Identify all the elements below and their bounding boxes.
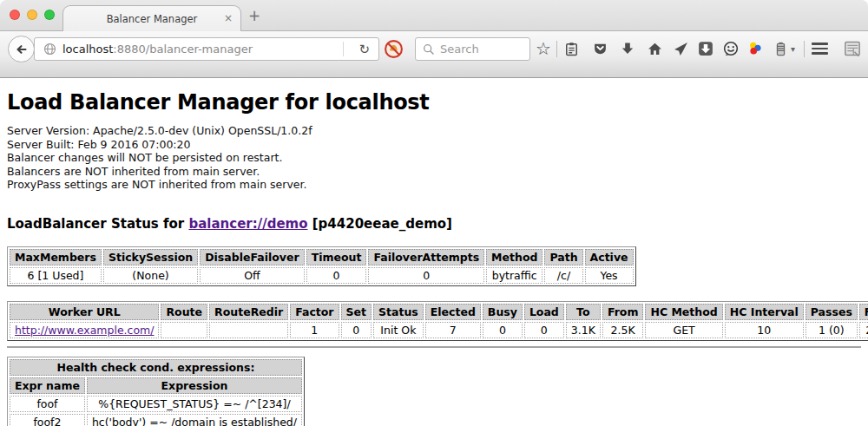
col-header: Status [373, 304, 424, 320]
bookmark-star-icon[interactable]: ☆ [535, 40, 552, 57]
hamburger-bars [812, 43, 828, 55]
col-header: MaxMembers [10, 249, 102, 265]
table-header-row: Expr name Expression [10, 377, 302, 394]
cell: 0 [341, 322, 372, 338]
url-bar[interactable]: localhost:8880/balancer-manager ↻ [34, 37, 379, 61]
worker-url-link[interactable]: http://www.example.com/ [15, 324, 154, 337]
cell: 0 [483, 322, 523, 338]
col-header: Active [585, 249, 634, 265]
col-header: HC Interval [725, 304, 804, 320]
cell: 10 [725, 322, 804, 338]
globe-icon [43, 43, 56, 56]
new-tab-button[interactable]: + [248, 7, 260, 24]
cell: 7 [425, 322, 481, 338]
cell: 1 [290, 322, 339, 338]
content-blocked-icon[interactable] [384, 39, 404, 62]
home-icon[interactable] [646, 40, 663, 57]
col-header: From [602, 304, 644, 320]
cell: (None) [103, 267, 198, 284]
table-header-row: Health check cond. expressions: [10, 359, 302, 376]
col-header: To [566, 304, 601, 320]
url-host: localhost [62, 43, 113, 56]
cell: http://www.example.com/ [10, 322, 159, 338]
traffic-lights [10, 10, 55, 20]
cell: hc('body') =~ /domain is established/ [87, 414, 302, 426]
tab-close-icon[interactable]: × [224, 12, 233, 24]
search-bar[interactable]: Search [415, 37, 530, 61]
cell: 0 [306, 267, 367, 284]
cell: bytraffic [486, 267, 542, 284]
page-content: Load Balancer Manager for localhost Serv… [0, 78, 868, 426]
col-header: Expr name [10, 377, 85, 394]
table-row: foof %{REQUEST_STATUS} =~ /^[234]/ [10, 396, 302, 412]
clipper-dropdown-caret-icon[interactable]: ▾ [791, 44, 795, 54]
proxypass-notice-line: ProxyPass settings are NOT inherited fro… [7, 178, 861, 192]
server-built-line: Server Built: Feb 9 2016 07:00:20 [7, 138, 861, 152]
back-button[interactable] [8, 36, 35, 62]
server-info: Server Version: Apache/2.5.0-dev (Unix) … [7, 124, 861, 192]
col-header: Load [524, 304, 564, 320]
sidebar-pages-icon[interactable] [844, 40, 861, 57]
menu-icon[interactable] [811, 40, 828, 57]
col-header: DisableFailover [200, 249, 304, 265]
cell [161, 322, 207, 338]
col-header: Fails [859, 304, 868, 320]
cell: Init Ok [373, 322, 424, 338]
status-prefix: LoadBalancer Status for [7, 216, 188, 232]
title-bar: Balancer Manager × + [0, 0, 868, 31]
table-header-row: MaxMembers StickySession DisableFailover… [10, 249, 634, 265]
inherit-notice-line: Balancers are NOT inherited from main se… [7, 165, 861, 179]
health-table-title: Health check cond. expressions: [10, 359, 302, 376]
cell: 0 [524, 322, 564, 338]
cell: foof [10, 396, 85, 412]
cell: /c/ [544, 267, 582, 284]
cell: 1 (0) [806, 322, 858, 338]
col-header: Passes [806, 304, 858, 320]
browser-tab[interactable]: Balancer Manager × [62, 5, 241, 31]
toolbar-divider [556, 41, 557, 57]
cell: Yes [585, 267, 634, 284]
col-header: FailoverAttempts [368, 249, 484, 265]
urlbar-divider [343, 42, 344, 56]
col-header: Worker URL [10, 304, 159, 320]
cell: 3.1K [566, 322, 601, 338]
cell [209, 322, 288, 338]
colors-extension-icon[interactable] [746, 40, 764, 57]
balancer-link[interactable]: balancer://demo [188, 216, 307, 232]
clipper-extension-icon[interactable] [772, 40, 789, 57]
server-version-line: Server Version: Apache/2.5.0-dev (Unix) … [7, 124, 861, 138]
emoji-chat-icon[interactable] [722, 40, 740, 57]
cell: 0 [368, 267, 484, 284]
send-icon[interactable] [672, 40, 689, 57]
section-divider [7, 346, 861, 348]
pocket-icon[interactable] [591, 40, 608, 57]
cell: foof2 [10, 414, 85, 426]
worker-status-table: Worker URL Route RouteRedir Factor Set S… [7, 301, 868, 341]
url-text: localhost:8880/balancer-manager [62, 43, 253, 56]
browser-window: Balancer Manager × + localhost:8880/bala… [0, 0, 868, 426]
col-header: Expression [87, 377, 302, 394]
search-placeholder: Search [440, 43, 479, 56]
balancer-status-heading: LoadBalancer Status for balancer://demo … [7, 216, 861, 232]
close-window-button[interactable] [10, 10, 20, 20]
zoom-window-button[interactable] [44, 10, 55, 20]
table-row: foof2 hc('body') =~ /domain is establish… [10, 414, 302, 426]
minimize-window-button[interactable] [27, 10, 37, 20]
col-header: Set [341, 304, 372, 320]
navigation-bar: localhost:8880/balancer-manager ↻ Search… [0, 31, 868, 78]
reload-icon[interactable]: ↻ [358, 42, 370, 57]
col-header: Path [544, 249, 582, 265]
cell: %{REQUEST_STATUS} =~ /^[234]/ [87, 396, 302, 412]
cell: 2 (0) [859, 322, 868, 338]
video-download-helper-icon[interactable] [697, 40, 714, 57]
status-suffix: [p4420eeae_demo] [308, 216, 452, 232]
downloads-icon[interactable] [619, 40, 636, 57]
search-icon [423, 43, 435, 56]
cell: 2.5K [602, 322, 644, 338]
page-title: Load Balancer Manager for localhost [7, 90, 861, 115]
cell: GET [645, 322, 722, 338]
back-arrow-icon [15, 43, 29, 56]
reading-list-icon[interactable] [562, 40, 580, 57]
col-header: Timeout [306, 249, 367, 265]
tab-title: Balancer Manager [107, 13, 198, 25]
